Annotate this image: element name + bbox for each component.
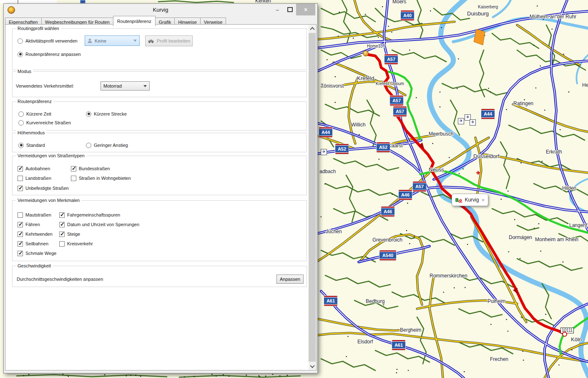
checkbox-label: Seilbahnen <box>25 241 48 246</box>
airport-icon: ✈ <box>470 119 476 126</box>
minimize-button[interactable]: – <box>271 4 284 15</box>
checkbox-bundesstrassen[interactable] <box>71 166 76 171</box>
vehicle-select[interactable]: Motorrad <box>101 81 150 91</box>
checkbox-label: Kreisverkehr <box>67 241 93 246</box>
radio-low-ascent[interactable] <box>86 143 91 148</box>
scroll-down-button[interactable] <box>309 363 316 370</box>
maximize-button[interactable] <box>284 4 296 15</box>
checkbox-label: Kehrtwenden <box>25 232 53 237</box>
group-title: Routingprofil wählen <box>16 26 61 31</box>
map-city-label: Monheim am Rhein <box>535 237 578 242</box>
tab-content-panel: Routingprofil wählen Aktivitätsprofil ve… <box>5 24 317 370</box>
group-modus: Modus Verwendetes Verkehrsmittel: Motorr… <box>12 71 307 97</box>
map-city-label: Kaiserberg <box>478 5 498 9</box>
group-title: Vermeidungen von Straßentypen <box>16 153 86 158</box>
map-city-label: adbach <box>319 169 336 174</box>
group-speed: Geschwindigkeit Durchschnittsgeschwindig… <box>12 266 307 287</box>
checkbox-sperrungen[interactable] <box>59 222 65 227</box>
group-road-type-avoidances: Vermeidungen von Straßentypen Autobahnen… <box>12 156 307 195</box>
checkbox-steige[interactable] <box>59 232 65 237</box>
group-feature-avoidances: Vermeidungen von Merkmalen Mautstraßen F… <box>12 200 307 261</box>
map-city-label: Moers <box>392 0 406 5</box>
checkbox-label: Bundesstraßen <box>79 166 110 171</box>
tab-routenpraeferenz[interactable]: Routenpräferenz <box>113 16 156 26</box>
radio-activity-profile[interactable] <box>18 38 23 44</box>
highway-shield: A57 <box>384 54 398 64</box>
checkbox-schmale-wege[interactable] <box>18 251 23 256</box>
map-city-label: Mülheim an der Ruhr <box>530 14 576 20</box>
radio-custom-preference[interactable] <box>18 52 23 57</box>
radio-curvy-roads[interactable] <box>18 120 24 126</box>
maximize-icon <box>287 7 293 12</box>
checkbox-faehren[interactable] <box>18 222 23 227</box>
profile-combobox-value: Keine <box>95 38 106 43</box>
map-city-label: Bergheim <box>400 327 421 333</box>
highway-shield: A540 <box>379 250 396 260</box>
checkbox-fahrgemeinschaftsspuren[interactable] <box>59 212 65 218</box>
edit-profile-button-label: Profil bearbeiten <box>157 38 190 43</box>
radio-shorter-time[interactable] <box>18 111 24 117</box>
checkbox-label: Straßen in Wohngebieten <box>79 176 131 181</box>
highway-shield: A44 <box>481 109 495 119</box>
chevron-down-icon <box>310 363 314 368</box>
highway-shield: A44 <box>319 127 332 137</box>
group-title: Geschwindigkeit <box>16 263 53 268</box>
checkbox-kreisverkehr[interactable] <box>59 241 65 247</box>
adjust-speeds-button[interactable]: Anpassen <box>276 275 304 284</box>
map-city-label: Krefeld-Oppum <box>376 81 404 86</box>
map-city-label: Jüchen <box>326 229 342 234</box>
checkbox-autobahnen[interactable] <box>18 166 23 171</box>
checkbox-mautstrassen[interactable] <box>18 212 23 218</box>
motorcycle-icon <box>455 197 462 203</box>
edit-profile-button[interactable]: Profil bearbeiten <box>145 35 193 46</box>
highway-shield: A57 <box>390 96 403 106</box>
airport-icon: ✈ <box>458 118 464 124</box>
route-callout[interactable]: Kurvig × <box>452 194 488 206</box>
checkbox-label: Steige <box>67 232 80 237</box>
map-city-label: Pulheim <box>487 298 505 304</box>
radio-standard[interactable] <box>18 143 24 148</box>
profile-combobox[interactable]: Keine <box>85 35 140 46</box>
highway-shield: A57 <box>393 106 407 116</box>
radio-shorter-distance[interactable] <box>86 111 91 117</box>
chevron-down-icon <box>133 40 137 42</box>
map-city-label: Meerbusch <box>429 131 453 137</box>
map-city-label: Düsseldorf <box>473 153 499 159</box>
map-city-label: Hilden <box>562 185 576 191</box>
map-city-label: Bedburg <box>366 298 384 304</box>
checkbox-wohngebiete[interactable] <box>71 176 76 181</box>
checkbox-label: Fahrgemeinschaftsspuren <box>67 212 120 217</box>
checkbox-label: Fähren <box>25 222 40 227</box>
car-icon <box>148 39 154 43</box>
map-city-label: Kaarst <box>388 143 403 149</box>
checkbox-landstrassen[interactable] <box>18 176 23 181</box>
checkbox-label: Schmale Wege <box>25 251 56 256</box>
waypoint-home-marker[interactable] <box>363 50 369 56</box>
map-city-label: Erkrath <box>546 149 562 155</box>
close-button[interactable]: × <box>296 4 315 15</box>
map-city-label: Neuss <box>429 166 444 173</box>
checkbox-label: Autobahnen <box>25 166 50 171</box>
checkbox-label: Landstraßen <box>25 176 51 181</box>
dialog-titlebar[interactable]: Kurvig – × <box>4 4 317 16</box>
checkbox-seilbahnen[interactable] <box>18 241 23 247</box>
scrollbar-thumb[interactable] <box>309 33 316 362</box>
scroll-up-button[interactable] <box>309 25 316 32</box>
radio-label: Aktivitätsprofil verwenden <box>25 38 78 43</box>
waypoint-destination-marker[interactable] <box>562 332 567 337</box>
callout-close-button[interactable]: × <box>481 197 485 203</box>
vertical-scrollbar[interactable] <box>309 25 316 370</box>
map-city-label: Rommerskirchen <box>430 273 467 279</box>
map-city-label: Elsdorf <box>357 339 373 345</box>
checkbox-kehrtwenden[interactable] <box>18 232 23 237</box>
map-city-label: Krefeld <box>357 75 374 81</box>
callout-title: Kurvig <box>465 197 479 203</box>
map-city-label: Duisburg <box>467 10 489 17</box>
vehicle-label: Verwendetes Verkehrsmittel: <box>16 83 74 88</box>
checkbox-unbefestigte[interactable] <box>18 186 23 191</box>
map-city-label: Willich <box>351 122 366 128</box>
form-client-area: Routingprofil wählen Aktivitätsprofil ve… <box>6 25 309 370</box>
radio-label: Routenpräferenz anpassen <box>25 52 81 57</box>
radio-label: Kürzere Zeit <box>26 111 51 116</box>
map-city-label: Dormagen <box>509 234 532 240</box>
